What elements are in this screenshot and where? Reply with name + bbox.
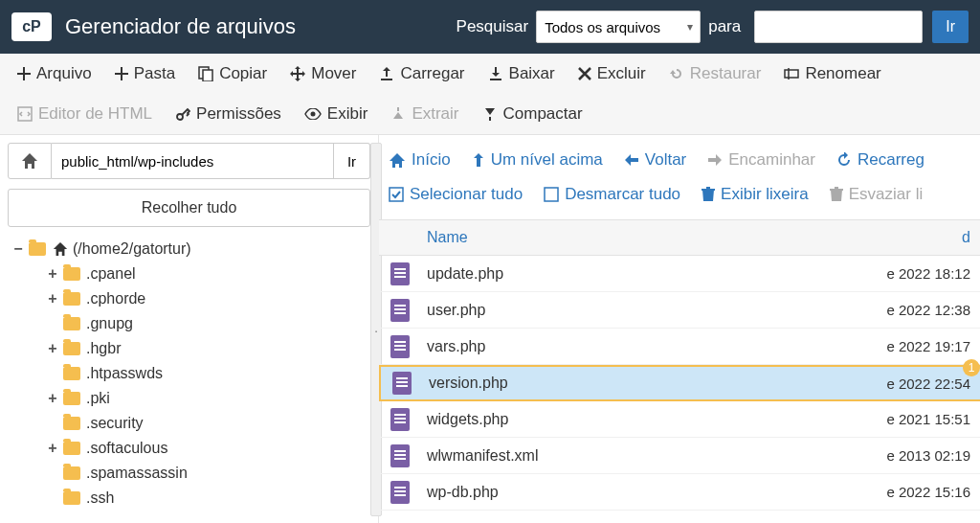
toolbar-selecionar-tudo[interactable]: Selecionar tudo — [389, 185, 523, 204]
toolbar-início[interactable]: Início — [389, 150, 451, 170]
for-label: para — [708, 17, 741, 36]
svg-point-6 — [310, 112, 315, 117]
key-icon — [175, 106, 190, 122]
file-row[interactable]: wp-db.phpe 2022 15:16 — [379, 474, 980, 511]
tree-toggle[interactable]: + — [46, 340, 59, 357]
svg-rect-7 — [390, 188, 403, 201]
tree-node[interactable]: +.pki — [8, 386, 370, 411]
folder-icon — [29, 242, 46, 256]
folder-icon — [63, 342, 80, 355]
tree-node[interactable]: +.spamassassin — [8, 461, 370, 486]
folder-icon — [63, 392, 80, 405]
toolbar-compactar[interactable]: Compactar — [471, 94, 594, 134]
collapse-all-button[interactable]: Recolher tudo — [8, 189, 370, 227]
folder-icon — [63, 466, 80, 480]
tree-toggle[interactable]: + — [46, 390, 59, 407]
tree-node[interactable]: +.htpasswds — [8, 361, 370, 386]
folder-icon — [63, 267, 80, 281]
toolbar-restaurar: Restaurar — [657, 54, 773, 94]
toolbar-exibir[interactable]: Exibir — [293, 94, 380, 134]
file-icon — [390, 481, 410, 504]
tree-root[interactable]: − (/home2/gatortur) — [8, 237, 370, 262]
folder-icon — [63, 442, 80, 455]
x-icon — [578, 67, 591, 80]
svg-rect-1 — [203, 70, 212, 81]
search-label: Pesquisar — [457, 17, 529, 36]
tree-node[interactable]: +.hgbr — [8, 336, 370, 361]
trash-icon — [830, 187, 843, 202]
plus-icon — [17, 67, 31, 80]
file-row[interactable]: widgets.phpe 2021 15:51 — [379, 401, 980, 438]
sidebar: Ir Recolher tudo − (/home2/gatortur) +.c… — [0, 135, 379, 523]
tree-node[interactable]: +.security — [8, 411, 370, 436]
search-go-button[interactable]: Ir — [932, 11, 969, 43]
file-row[interactable]: wlwmanifest.xmle 2013 02:19 — [379, 438, 980, 474]
search-input[interactable] — [754, 11, 923, 43]
col-date[interactable]: d — [865, 229, 980, 246]
toolbar-um-nível-acima[interactable]: Um nível acima — [472, 150, 603, 170]
trash-icon — [702, 187, 715, 202]
toolbar-renomear[interactable]: Renomear — [772, 54, 892, 94]
toolbar-pasta[interactable]: Pasta — [103, 54, 187, 94]
cpanel-logo: cP — [11, 12, 52, 41]
toolbar-exibir-lixeira[interactable]: Exibir lixeira — [702, 185, 809, 204]
path-go-button[interactable]: Ir — [334, 143, 370, 179]
folder-icon — [63, 491, 80, 505]
file-row[interactable]: version.phpe 2022 22:541 — [379, 365, 980, 401]
download-icon — [488, 66, 503, 81]
tree-node[interactable]: +.cpanel — [8, 262, 370, 286]
file-icon — [390, 444, 410, 467]
toolbar-excluir[interactable]: Excluir — [567, 54, 657, 94]
svg-rect-2 — [785, 70, 798, 78]
home-icon — [52, 241, 69, 257]
tree-node[interactable]: +.softaculous — [8, 436, 370, 461]
app-header: cP Gerenciador de arquivos Pesquisar Tod… — [0, 0, 980, 54]
svg-rect-8 — [545, 188, 558, 201]
home-button[interactable] — [8, 143, 52, 179]
file-content: InícioUm nível acimaVoltarEncaminharReca… — [379, 135, 980, 523]
file-row[interactable]: user.phpe 2022 12:38 — [379, 292, 980, 329]
app-title: Gerenciador de arquivos — [65, 14, 449, 39]
tree-node[interactable]: +.gnupg — [8, 311, 370, 336]
tree-node[interactable]: +.cphorde — [8, 286, 370, 311]
file-icon — [390, 262, 410, 285]
folder-icon — [63, 292, 80, 306]
compress-icon — [482, 106, 498, 122]
tree-toggle[interactable]: + — [46, 265, 59, 283]
file-icon — [390, 408, 410, 431]
toolbar-copiar[interactable]: Copiar — [187, 54, 278, 94]
tree-node[interactable]: +.ssh — [8, 486, 370, 511]
toolbar-desmarcar-tudo[interactable]: Desmarcar tudo — [544, 185, 680, 204]
toolbar-voltar[interactable]: Voltar — [624, 150, 686, 170]
toolbar-arquivo[interactable]: Arquivo — [6, 54, 103, 94]
file-icon — [390, 299, 410, 322]
forward-icon — [707, 153, 723, 167]
search-scope-select[interactable]: Todos os arquivos — [536, 11, 701, 43]
main-toolbar: ArquivoPastaCopiarMoverCarregarBaixarExc… — [0, 54, 980, 135]
file-row[interactable]: vars.phpe 2022 19:17 — [379, 329, 980, 365]
toolbar-recarreg[interactable]: Recarreg — [836, 150, 924, 170]
move-icon — [290, 66, 305, 81]
html-icon — [17, 106, 33, 122]
folder-tree: − (/home2/gatortur) +.cpanel+.cphorde+.g… — [8, 237, 370, 516]
toolbar-baixar[interactable]: Baixar — [477, 54, 567, 94]
up-icon — [472, 152, 485, 168]
rename-icon — [784, 66, 799, 81]
folder-icon — [63, 367, 80, 380]
toolbar-carregar[interactable]: Carregar — [368, 54, 476, 94]
file-row[interactable]: update.phpe 2022 18:12 — [379, 256, 980, 292]
toolbar-mover[interactable]: Mover — [278, 54, 368, 94]
tree-toggle[interactable]: + — [46, 440, 59, 457]
toolbar-permissões[interactable]: Permissões — [164, 94, 293, 134]
plus-icon — [115, 67, 128, 80]
toolbar-esvaziar-li[interactable]: Esvaziar li — [830, 185, 923, 204]
toolbar-extrair: Extrair — [379, 94, 470, 134]
tree-toggle[interactable]: + — [46, 290, 59, 307]
upload-icon — [379, 66, 394, 81]
col-name[interactable]: Name — [408, 229, 865, 246]
toolbar-encaminhar[interactable]: Encaminhar — [707, 150, 815, 170]
copy-icon — [198, 66, 213, 81]
restore-icon — [669, 66, 684, 81]
file-icon — [392, 372, 412, 395]
path-input[interactable] — [52, 143, 334, 179]
